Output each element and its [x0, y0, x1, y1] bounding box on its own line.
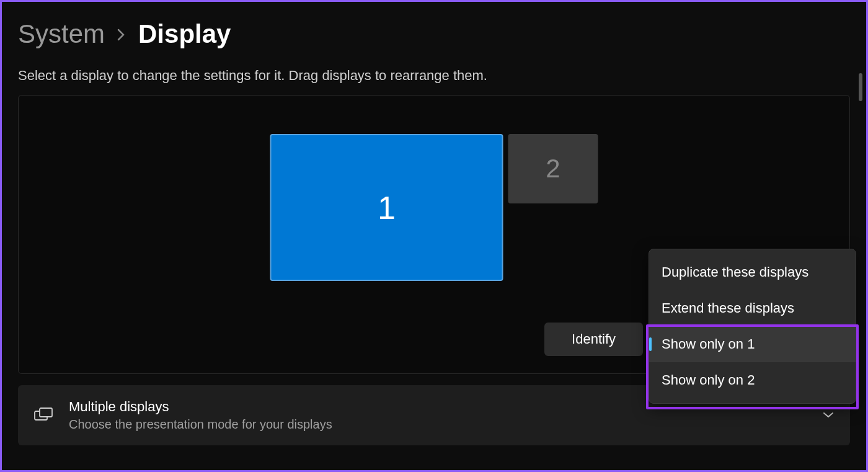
dropdown-item-show-only-1[interactable]: Show only on 1 — [649, 326, 856, 362]
displays-icon — [34, 407, 53, 424]
monitor-2[interactable]: 2 — [508, 134, 598, 203]
chevron-down-icon[interactable] — [823, 410, 834, 421]
dropdown-item-duplicate[interactable]: Duplicate these displays — [649, 254, 856, 290]
presentation-mode-dropdown: Duplicate these displays Extend these di… — [649, 249, 856, 404]
identify-button[interactable]: Identify — [544, 323, 643, 356]
monitor-1[interactable]: 1 — [270, 134, 503, 281]
breadcrumb-current: Display — [138, 19, 231, 49]
breadcrumb-parent[interactable]: System — [18, 19, 105, 49]
dropdown-item-show-only-2[interactable]: Show only on 2 — [649, 362, 856, 398]
dropdown-item-extend[interactable]: Extend these displays — [649, 290, 856, 326]
svg-rect-1 — [40, 408, 52, 417]
multiple-displays-subtitle: Choose the presentation mode for your di… — [69, 417, 807, 432]
scrollbar[interactable] — [859, 73, 862, 101]
chevron-right-icon — [117, 27, 126, 45]
instruction-text: Select a display to change the settings … — [18, 68, 850, 84]
breadcrumb: System Display — [18, 19, 850, 49]
